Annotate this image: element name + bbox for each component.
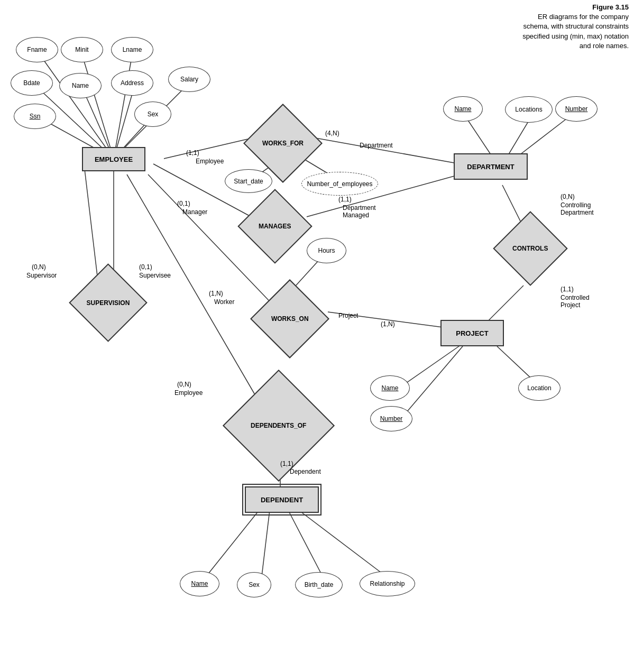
- label-controlling-dept: ControllingDepartment: [561, 201, 594, 216]
- label-works-for-11: (1,1): [186, 149, 199, 157]
- rel-controls: CONTROLS: [493, 211, 567, 286]
- attr-relationship: Relationship: [360, 571, 415, 596]
- svg-line-31: [262, 510, 270, 576]
- svg-line-10: [307, 136, 460, 164]
- label-department-role: Department: [360, 142, 393, 149]
- er-diagram: Figure 3.15 ER diagrams for the companys…: [0, 0, 634, 672]
- svg-line-30: [206, 510, 259, 576]
- attr-number-dept: Number: [555, 96, 598, 122]
- label-supervision-01: (0,1): [139, 263, 152, 271]
- attr-location-proj: Location: [518, 375, 561, 401]
- rel-manages: MANAGES: [237, 189, 312, 263]
- label-works-on-1n: (1,N): [209, 290, 223, 297]
- label-supervision-0n: (0,N): [32, 263, 46, 271]
- label-controlled-proj: ControlledProject: [561, 294, 590, 309]
- label-dept-managed-val: (1,1): [338, 196, 352, 203]
- label-dep-11: (1,1): [280, 460, 293, 467]
- rel-supervision: SUPERVISION: [69, 263, 147, 342]
- svg-line-23: [465, 116, 492, 156]
- svg-line-26: [402, 346, 463, 418]
- label-dep-0n: (0,N): [177, 381, 191, 388]
- figure-title: Figure 3.15: [592, 3, 629, 11]
- attr-sex-emp: Sex: [134, 102, 171, 127]
- label-employee-role: Employee: [196, 158, 224, 165]
- attr-number-proj: Number: [370, 406, 412, 431]
- label-manages-01: (0,1): [177, 200, 190, 207]
- entity-dependent: DEPENDENT: [245, 486, 319, 513]
- label-manager-role: Manager: [182, 208, 207, 216]
- attr-locations: Locations: [505, 96, 553, 123]
- label-supervisee-role: Supervisee: [139, 272, 171, 279]
- svg-line-9: [164, 136, 259, 159]
- label-works-for-4n: (4,N): [325, 130, 339, 137]
- label-controlling-0n: (0,N): [561, 193, 575, 200]
- attr-lname: Lname: [111, 37, 153, 62]
- svg-line-33: [299, 510, 386, 576]
- entity-employee: EMPLOYEE: [82, 147, 145, 171]
- entity-department: DEPARTMENT: [454, 153, 528, 180]
- label-worker-role: Worker: [214, 298, 234, 306]
- svg-line-25: [402, 344, 463, 386]
- attr-bdate: Bdate: [11, 70, 53, 96]
- svg-line-18: [293, 259, 320, 288]
- attr-name-dept: Name: [443, 96, 483, 122]
- svg-line-1: [82, 54, 114, 159]
- label-dependent-label: Dependent: [290, 468, 321, 475]
- label-dept-managed: DepartmentManaged: [343, 204, 376, 219]
- label-supervisor-role: Supervisor: [26, 272, 57, 279]
- attr-name-proj: Name: [370, 375, 410, 401]
- svg-line-32: [288, 510, 323, 576]
- attr-hours: Hours: [307, 238, 346, 263]
- attr-num-employees: Number_of_employees: [301, 172, 378, 196]
- svg-line-0: [40, 54, 114, 159]
- figure-caption: Figure 3.15 ER diagrams for the companys…: [522, 3, 629, 51]
- attr-salary: Salary: [168, 67, 210, 92]
- attr-name-emp: Name: [59, 73, 102, 98]
- attr-address: Address: [111, 70, 153, 96]
- label-project-role: Project: [338, 312, 358, 319]
- attr-sex-dep: Sex: [237, 572, 271, 597]
- attr-fname: Fname: [16, 37, 58, 62]
- attr-start-date: Start_date: [225, 169, 272, 193]
- label-project-1n: (1,N): [381, 320, 395, 328]
- rel-works-on: WORKS_ON: [250, 279, 329, 358]
- label-dep-employee: Employee: [174, 389, 203, 397]
- attr-name-dep: Name: [180, 571, 219, 596]
- rel-dependents-of: DEPENDENTS_OF: [223, 370, 335, 482]
- attr-ssn: Ssn: [14, 104, 56, 129]
- attr-minit: Minit: [61, 37, 103, 62]
- entity-project: PROJECT: [440, 320, 504, 346]
- svg-line-15: [85, 169, 98, 280]
- label-controlled-11: (1,1): [561, 286, 574, 293]
- attr-birth-date: Birth_date: [295, 572, 343, 597]
- figure-description: ER diagrams for the companyschema, with …: [522, 13, 629, 50]
